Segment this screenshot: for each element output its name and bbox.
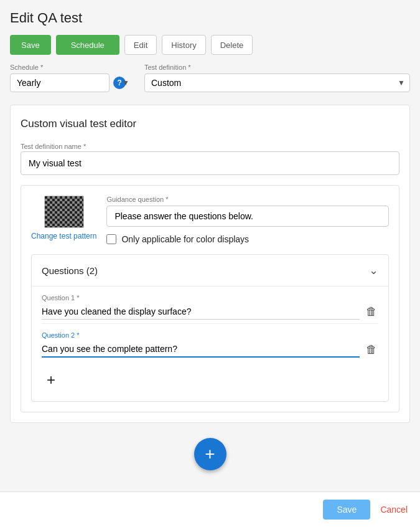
schedule-help-icon[interactable]: ?	[113, 77, 126, 89]
question-2-input[interactable]	[42, 341, 360, 358]
page-title: Edit QA test	[10, 10, 410, 26]
fab-container: +	[10, 438, 410, 470]
toolbar-save-btn[interactable]: Save	[10, 35, 51, 55]
schedule-select[interactable]: Yearly Monthly Weekly Daily	[10, 74, 110, 92]
form-fields-row: Schedule * Yearly Monthly Weekly Daily ▼…	[10, 64, 410, 92]
test-def-select-wrapper: Custom Standard Advanced ▼	[144, 74, 410, 92]
questions-title: Questions (2)	[42, 265, 98, 276]
test-name-input[interactable]	[21, 151, 399, 175]
questions-header[interactable]: Questions (2) ⌄	[32, 255, 388, 286]
add-question-button[interactable]: +	[42, 369, 60, 391]
question-1-row: 🗑	[42, 304, 378, 320]
toolbar-edit-btn[interactable]: Edit	[124, 35, 157, 55]
custom-editor-title: Custom visual test editor	[21, 118, 399, 130]
question-2-row: 🗑	[42, 341, 378, 358]
pattern-inner: Change test pattern Guidance question * …	[31, 196, 389, 244]
schedule-select-wrapper: Yearly Monthly Weekly Daily ▼ ?	[10, 74, 134, 92]
questions-section: Questions (2) ⌄ Question 1 * 🗑 Ques	[31, 254, 389, 402]
custom-editor-card: Custom visual test editor Test definitio…	[10, 105, 410, 423]
test-pattern-block: Change test pattern Guidance question * …	[21, 185, 399, 412]
test-definition-field: Test definition * Custom Standard Advanc…	[144, 64, 410, 92]
guidance-input[interactable]	[106, 206, 389, 227]
test-definition-label: Test definition *	[144, 64, 410, 71]
footer-cancel-button[interactable]: Cancel	[380, 505, 408, 515]
pattern-image[interactable]	[44, 196, 84, 228]
footer-bar: Save Cancel	[0, 491, 420, 527]
question-1-delete-icon[interactable]: 🗑	[365, 304, 378, 320]
pattern-right: Guidance question * Only applicable for …	[106, 196, 389, 244]
test-name-label: Test definition name *	[21, 143, 399, 150]
test-name-wrapper: Test definition name *	[21, 143, 399, 175]
test-definition-select[interactable]: Custom Standard Advanced	[144, 74, 410, 92]
questions-body: Question 1 * 🗑 Question 2 * 🗑	[32, 286, 388, 401]
color-display-row: Only applicable for color displays	[106, 234, 389, 244]
question-2-label: Question 2 *	[42, 331, 378, 339]
pattern-left: Change test pattern	[31, 196, 96, 242]
guidance-label: Guidance question *	[106, 196, 389, 203]
toolbar: Save Schedule Edit History Delete	[10, 35, 410, 55]
question-item-2: Question 2 * 🗑	[42, 324, 378, 361]
schedule-field: Schedule * Yearly Monthly Weekly Daily ▼…	[10, 64, 134, 92]
question-1-input[interactable]	[42, 304, 360, 320]
toolbar-schedule-btn[interactable]: Schedule	[56, 35, 119, 55]
fab-add-button[interactable]: +	[194, 438, 226, 470]
chevron-down-icon: ⌄	[369, 264, 378, 277]
change-pattern-link[interactable]: Change test pattern	[31, 232, 96, 242]
color-display-label: Only applicable for color displays	[121, 234, 249, 244]
footer-save-button[interactable]: Save	[323, 500, 370, 520]
toolbar-delete-btn[interactable]: Delete	[211, 35, 253, 55]
question-2-delete-icon[interactable]: 🗑	[365, 342, 378, 358]
schedule-label: Schedule *	[10, 64, 134, 71]
question-item-1: Question 1 * 🗑	[42, 287, 378, 324]
question-1-label: Question 1 *	[42, 294, 378, 301]
toolbar-history-btn[interactable]: History	[162, 35, 205, 55]
color-display-checkbox[interactable]	[106, 234, 116, 244]
